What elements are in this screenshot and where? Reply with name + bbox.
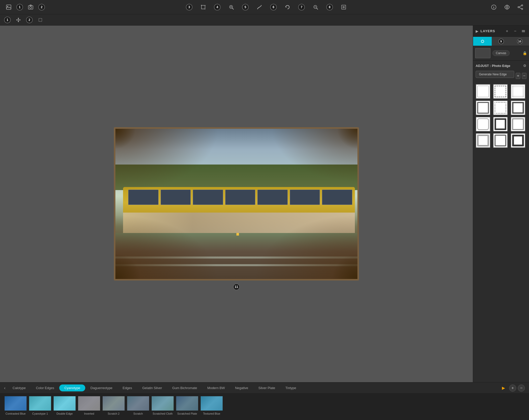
- edge-thumb-10[interactable]: [476, 133, 490, 148]
- svg-line-15: [317, 8, 318, 9]
- film-thumb-textured-blue: [200, 396, 223, 411]
- edge-grid: [476, 84, 526, 148]
- film-item-scratch[interactable]: Scratch: [127, 396, 150, 415]
- badge-8: 8: [326, 4, 333, 10]
- svg-line-27: [519, 7, 522, 9]
- layers-title: LAYERS: [480, 29, 502, 33]
- filter-tab-gelatin-silver[interactable]: Gelatin Silver: [137, 384, 167, 391]
- film-label-inverted: Inverted: [84, 412, 94, 415]
- edge-thumb-4[interactable]: [476, 100, 490, 115]
- film-thumb-scratched-cloth: [151, 396, 174, 411]
- filter-tab-calotype[interactable]: Calotype: [7, 384, 31, 391]
- crop-icon[interactable]: [199, 3, 208, 12]
- badge-3: 3: [186, 4, 193, 10]
- film-item-double-edge[interactable]: Double Edge: [53, 396, 76, 415]
- share-icon[interactable]: [516, 3, 525, 12]
- edge-thumb-3[interactable]: [511, 84, 525, 99]
- filter-tab-silver-plate[interactable]: Silver Plate: [253, 384, 280, 391]
- canvas-container[interactable]: 11: [0, 26, 473, 382]
- film-label-contrasted-blue: Contrasted Blue: [6, 412, 26, 415]
- tab-layer-1[interactable]: [473, 37, 492, 46]
- zoom-out-icon[interactable]: [311, 3, 320, 12]
- tab-layer-10[interactable]: 10: [510, 37, 529, 46]
- edge-thumb-5[interactable]: [493, 100, 508, 115]
- filter-tab-daguerreotype[interactable]: Daguerreotype: [85, 384, 117, 391]
- select-tool-icon[interactable]: [36, 15, 45, 25]
- svg-point-22: [506, 6, 508, 8]
- info-icon[interactable]: [489, 3, 498, 12]
- edge-remove-btn[interactable]: −: [522, 73, 526, 79]
- film-item-textured-blue[interactable]: Textured Blue: [200, 396, 223, 415]
- top-toolbar: 1 2 3 4 5 6 7 8: [0, 0, 529, 14]
- canvas-layer-item[interactable]: Canvas 🔒: [475, 48, 527, 58]
- edge-thumb-6[interactable]: [511, 100, 525, 115]
- canvas-layer-thumb: [475, 48, 490, 58]
- svg-rect-29: [522, 30, 525, 31]
- layers-menu-btn[interactable]: [520, 28, 526, 34]
- move-tool-icon[interactable]: [14, 15, 23, 25]
- lock-icon: 🔒: [523, 51, 527, 55]
- photo-icon[interactable]: [26, 3, 35, 12]
- film-label-scratch: Scratch: [133, 412, 143, 415]
- layers-add-btn[interactable]: +: [504, 28, 510, 34]
- film-item-inverted[interactable]: Inverted: [78, 396, 101, 415]
- filter-tab-edges[interactable]: Edges: [117, 384, 137, 391]
- filter-controls: + −: [507, 384, 527, 392]
- filter-add-btn[interactable]: +: [509, 384, 516, 392]
- svg-rect-31: [522, 32, 525, 32]
- film-label-cyanotype1: Cyanotype 1: [32, 412, 48, 415]
- filter-tab-color-edges[interactable]: Color Edges: [31, 384, 59, 391]
- film-thumb-contrasted-blue: [4, 396, 27, 411]
- filter-tab-negative[interactable]: Negative: [230, 384, 253, 391]
- tab-layer-9[interactable]: 9: [492, 37, 510, 46]
- film-thumb-scratched-plate: [176, 396, 199, 411]
- svg-point-3: [30, 6, 32, 8]
- svg-rect-4: [30, 5, 31, 6]
- generate-edge-btn[interactable]: Generate New Edge: [476, 71, 514, 78]
- filter-tab-gum-bichromate[interactable]: Gum Bichromate: [167, 384, 202, 391]
- bottom-area: ‹ Calotype Color Edges Cyanotype Daguerr…: [0, 382, 529, 420]
- edge-thumb-11[interactable]: [493, 133, 508, 148]
- film-item-scratched-plate[interactable]: Scratched Plate: [176, 396, 199, 415]
- filter-prev-btn[interactable]: ‹: [2, 386, 7, 390]
- svg-point-21: [494, 6, 494, 6]
- film-thumb-inverted: [78, 396, 101, 411]
- film-label-scratched-plate: Scratched Plate: [177, 412, 197, 415]
- film-item-scratched-cloth[interactable]: Scratched Cloth: [151, 396, 174, 415]
- svg-rect-2: [28, 6, 33, 9]
- canvas-layer-label: Canvas: [492, 50, 510, 56]
- edge-add-btn[interactable]: +: [516, 73, 520, 79]
- adjust-settings-icon[interactable]: ⚙: [523, 64, 526, 68]
- film-item-scratch2[interactable]: Scratch 2: [102, 396, 125, 415]
- film-label-double-edge: Double Edge: [56, 412, 73, 415]
- svg-line-26: [519, 6, 522, 7]
- filter-remove-btn[interactable]: −: [518, 384, 525, 392]
- film-label-scratch2: Scratch 2: [108, 412, 119, 415]
- fit-icon[interactable]: [339, 3, 348, 12]
- filter-play-btn[interactable]: ▶: [500, 386, 507, 390]
- rotate-icon[interactable]: [283, 3, 292, 12]
- settings-icon[interactable]: [502, 3, 512, 12]
- path-icon[interactable]: [255, 3, 264, 12]
- filter-tab-modern-bw[interactable]: Modern BW: [202, 384, 230, 391]
- film-item-contrasted-blue[interactable]: Contrasted Blue: [4, 396, 27, 415]
- main-area: 11 ▶ LAYERS + − 9 10: [0, 26, 529, 382]
- edge-thumb-9[interactable]: [511, 117, 525, 132]
- zoom-in-icon[interactable]: [227, 3, 236, 12]
- filter-tab-tintype[interactable]: Tintype: [280, 384, 301, 391]
- badge-1-sec: 1: [4, 17, 11, 23]
- edge-thumb-2[interactable]: [493, 84, 508, 99]
- badge-4: 4: [214, 4, 221, 10]
- layers-arrow[interactable]: ▶: [476, 29, 478, 33]
- edge-thumb-7[interactable]: [476, 117, 490, 132]
- filter-tab-cyanotype[interactable]: Cyanotype: [59, 384, 85, 391]
- gallery-icon[interactable]: [4, 3, 13, 12]
- film-thumb-scratch: [127, 396, 150, 411]
- edge-thumb-12[interactable]: [511, 133, 525, 148]
- badge-9: 9: [498, 39, 504, 44]
- layers-remove-btn[interactable]: −: [512, 28, 518, 34]
- toolbar-left: 1 2: [4, 3, 45, 12]
- film-item-cyanotype1[interactable]: Cyanotype 1: [29, 396, 52, 415]
- edge-thumb-1[interactable]: [476, 84, 490, 99]
- edge-thumb-8[interactable]: [493, 117, 508, 132]
